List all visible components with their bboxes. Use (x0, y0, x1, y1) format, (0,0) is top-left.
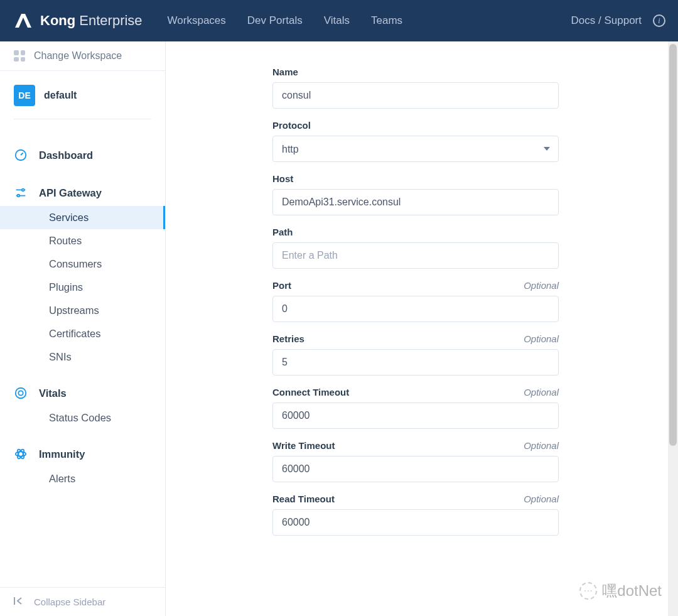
sidebar-item-snis[interactable]: SNIs (0, 345, 165, 369)
retries-optional: Optional (524, 333, 559, 344)
read-timeout-input[interactable] (272, 509, 559, 536)
sidebar-item-dashboard[interactable]: Dashboard (0, 142, 165, 168)
sidebar-item-upstreams[interactable]: Upstreams (0, 299, 165, 322)
field-protocol: Protocol http (272, 120, 559, 162)
svg-point-3 (16, 388, 26, 399)
field-write-timeout: Write Timeout Optional (272, 440, 559, 482)
retries-input[interactable] (272, 349, 559, 376)
name-label: Name (272, 67, 298, 77)
port-label: Port (272, 280, 291, 291)
nav-teams[interactable]: Teams (371, 14, 402, 27)
field-retries: Retries Optional (272, 333, 559, 376)
connect-timeout-optional: Optional (524, 387, 559, 397)
protocol-select[interactable]: http (272, 136, 559, 162)
host-input[interactable] (272, 189, 559, 215)
service-form: Name Protocol http Host Path (272, 67, 559, 536)
nav-dev-portals[interactable]: Dev Portals (247, 14, 303, 27)
sidebar-item-certificates[interactable]: Certificates (0, 322, 165, 345)
path-input[interactable] (272, 242, 559, 269)
sidebar-item-vitals[interactable]: Vitals (0, 380, 165, 406)
field-read-timeout: Read Timeout Optional (272, 494, 559, 536)
sidebar-item-alerts[interactable]: Alerts (0, 467, 165, 490)
svg-point-2 (18, 195, 20, 197)
path-label: Path (272, 227, 293, 237)
change-workspace[interactable]: Change Workspace (0, 41, 165, 71)
sidebar-item-consumers[interactable]: Consumers (0, 252, 165, 276)
main-content: Name Protocol http Host Path (166, 41, 678, 616)
sidebar-item-routes[interactable]: Routes (0, 229, 165, 252)
write-timeout-optional: Optional (524, 440, 559, 451)
port-optional: Optional (524, 280, 559, 291)
sidebar-item-services[interactable]: Services (0, 206, 165, 229)
topbar: Kong Enterprise Workspaces Dev Portals V… (0, 0, 678, 41)
collapse-icon (14, 597, 25, 607)
read-timeout-label: Read Timeout (272, 494, 335, 504)
settings-icon (14, 186, 28, 200)
change-workspace-label: Change Workspace (34, 50, 122, 62)
page-scrollbar[interactable] (668, 41, 678, 616)
top-nav: Workspaces Dev Portals Vitals Teams (168, 14, 402, 27)
sidebar-item-api-gateway[interactable]: API Gateway (0, 180, 165, 206)
field-path: Path (272, 227, 559, 269)
nav-workspaces[interactable]: Workspaces (168, 14, 226, 27)
nav-docs-support[interactable]: Docs / Support (571, 14, 642, 27)
workspace-selector[interactable]: DE default (0, 71, 165, 119)
scrollbar-thumb[interactable] (669, 44, 677, 446)
sidebar: Change Workspace DE default Dashboard AP… (0, 41, 166, 616)
workspace-badge: DE (14, 85, 35, 106)
gauge-icon (14, 148, 28, 162)
info-icon[interactable]: i (653, 14, 665, 27)
name-input[interactable] (272, 82, 559, 109)
grid-icon (14, 50, 25, 62)
port-input[interactable] (272, 296, 559, 322)
host-label: Host (272, 173, 293, 184)
field-connect-timeout: Connect Timeout Optional (272, 387, 559, 429)
protocol-label: Protocol (272, 120, 311, 131)
atom-icon (14, 447, 28, 461)
top-right: Docs / Support i (571, 14, 665, 27)
connect-timeout-input[interactable] (272, 403, 559, 429)
collapse-sidebar[interactable]: Collapse Sidebar (0, 587, 165, 616)
field-host: Host (272, 173, 559, 215)
workspace-name: default (44, 90, 77, 101)
brand-text: Kong Enterprise (40, 13, 143, 29)
connect-timeout-label: Connect Timeout (272, 387, 349, 397)
field-port: Port Optional (272, 280, 559, 322)
svg-point-4 (18, 391, 23, 395)
write-timeout-label: Write Timeout (272, 440, 335, 451)
target-icon (14, 386, 28, 400)
field-name: Name (272, 67, 559, 109)
kong-logo-icon (13, 11, 34, 30)
svg-point-1 (22, 189, 24, 192)
sidebar-item-status-codes[interactable]: Status Codes (0, 406, 165, 430)
sidebar-item-immunity[interactable]: Immunity (0, 441, 165, 467)
write-timeout-input[interactable] (272, 456, 559, 482)
nav-vitals[interactable]: Vitals (324, 14, 350, 27)
sidebar-item-plugins[interactable]: Plugins (0, 276, 165, 299)
read-timeout-optional: Optional (524, 494, 559, 504)
brand-logo[interactable]: Kong Enterprise (13, 11, 143, 30)
sidebar-nav: Dashboard API Gateway Services Routes Co… (0, 131, 165, 587)
sidebar-divider (14, 119, 151, 119)
retries-label: Retries (272, 333, 304, 344)
